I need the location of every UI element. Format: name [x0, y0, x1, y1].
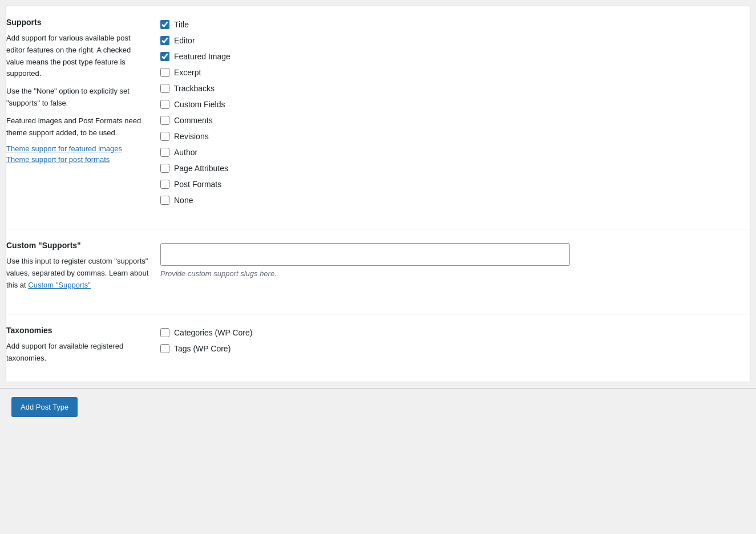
custom-supports-title: Custom "Supports"	[6, 241, 149, 250]
supports-title: Supports	[6, 18, 149, 27]
add-post-type-button[interactable]: Add Post Type	[11, 397, 78, 418]
supports-desc1: Add support for various available post e…	[6, 33, 149, 80]
checkbox-none-label[interactable]: None	[174, 196, 193, 205]
checkbox-featured-image-item: Featured Image	[160, 52, 750, 61]
checkbox-categories[interactable]	[160, 328, 169, 337]
checkbox-page-attributes-label[interactable]: Page Attributes	[174, 164, 228, 173]
checkbox-author-label[interactable]: Author	[174, 148, 197, 157]
checkbox-post-formats[interactable]	[160, 180, 169, 189]
checkbox-editor-label[interactable]: Editor	[174, 36, 195, 45]
custom-supports-desc: Use this input to register custom "suppo…	[6, 256, 149, 291]
checkbox-categories-item: Categories (WP Core)	[160, 328, 750, 337]
custom-supports-input[interactable]	[160, 243, 570, 266]
checkbox-comments-label[interactable]: Comments	[174, 116, 213, 125]
custom-supports-link[interactable]: Custom "Supports"	[28, 281, 91, 289]
checkbox-comments-item: Comments	[160, 116, 750, 125]
supports-desc3: Featured images and Post Formats need th…	[6, 115, 149, 139]
checkbox-trackbacks-item: Trackbacks	[160, 84, 750, 93]
custom-supports-label-area: Custom "Supports" Use this input to regi…	[6, 241, 160, 297]
taxonomies-desc: Add support for available registered tax…	[6, 341, 149, 365]
checkbox-author[interactable]	[160, 148, 169, 157]
checkbox-trackbacks-label[interactable]: Trackbacks	[174, 84, 215, 93]
checkbox-none-item: None	[160, 196, 750, 205]
checkbox-page-attributes-item: Page Attributes	[160, 164, 750, 173]
checkbox-tags[interactable]	[160, 344, 169, 353]
taxonomies-label-area: Taxonomies Add support for available reg…	[6, 326, 160, 370]
custom-supports-hint: Provide custom support slugs here.	[160, 269, 750, 278]
page-wrapper: Supports Add support for various availab…	[0, 0, 756, 534]
checkbox-comments[interactable]	[160, 116, 169, 125]
checkbox-custom-fields-item: Custom Fields	[160, 100, 750, 109]
settings-card: Supports Add support for various availab…	[6, 6, 750, 382]
supports-section: Supports Add support for various availab…	[6, 6, 750, 229]
checkbox-custom-fields-label[interactable]: Custom Fields	[174, 100, 225, 109]
checkbox-editor[interactable]	[160, 36, 169, 45]
checkbox-categories-label[interactable]: Categories (WP Core)	[174, 328, 252, 337]
taxonomies-section: Taxonomies Add support for available reg…	[6, 314, 750, 382]
supports-desc2: Use the "None" option to explicitly set …	[6, 86, 149, 110]
checkbox-custom-fields[interactable]	[160, 100, 169, 109]
footer-bar: Add Post Type	[0, 388, 756, 426]
checkbox-revisions[interactable]	[160, 132, 169, 141]
theme-support-featured-images-link[interactable]: Theme support for featured images	[6, 144, 122, 153]
checkbox-title[interactable]	[160, 20, 169, 29]
checkbox-excerpt-item: Excerpt	[160, 68, 750, 77]
checkbox-author-item: Author	[160, 148, 750, 157]
checkbox-featured-image[interactable]	[160, 52, 169, 61]
taxonomies-title: Taxonomies	[6, 326, 149, 335]
checkbox-tags-item: Tags (WP Core)	[160, 344, 750, 353]
checkbox-none[interactable]	[160, 196, 169, 205]
checkbox-post-formats-label[interactable]: Post Formats	[174, 180, 221, 189]
custom-supports-input-area: Provide custom support slugs here.	[160, 241, 750, 297]
checkbox-editor-item: Editor	[160, 36, 750, 45]
supports-checkboxes: Title Editor Featured Image Excerpt Trac	[160, 18, 750, 212]
custom-supports-section: Custom "Supports" Use this input to regi…	[6, 229, 750, 314]
checkbox-featured-image-label[interactable]: Featured Image	[174, 52, 231, 61]
checkbox-revisions-item: Revisions	[160, 132, 750, 141]
checkbox-excerpt-label[interactable]: Excerpt	[174, 68, 201, 77]
checkbox-excerpt[interactable]	[160, 68, 169, 77]
theme-support-post-formats-link[interactable]: Theme support for post formats	[6, 155, 110, 164]
taxonomies-checkboxes: Categories (WP Core) Tags (WP Core)	[160, 326, 750, 370]
checkbox-tags-label[interactable]: Tags (WP Core)	[174, 344, 231, 353]
checkbox-post-formats-item: Post Formats	[160, 180, 750, 189]
checkbox-title-item: Title	[160, 20, 750, 29]
checkbox-page-attributes[interactable]	[160, 164, 169, 173]
checkbox-trackbacks[interactable]	[160, 84, 169, 93]
supports-label-area: Supports Add support for various availab…	[6, 18, 160, 212]
checkbox-revisions-label[interactable]: Revisions	[174, 132, 209, 141]
checkbox-title-label[interactable]: Title	[174, 20, 189, 29]
